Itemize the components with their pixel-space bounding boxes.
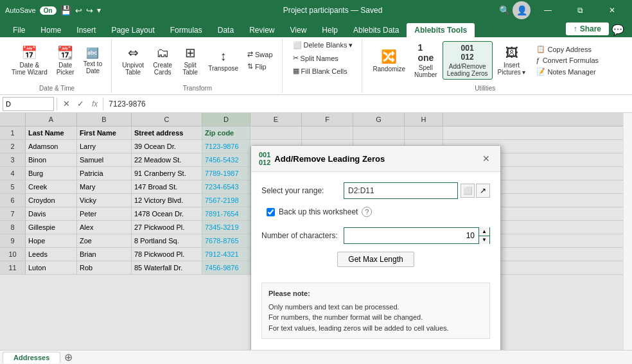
text-to-date-icon: 🔤 — [86, 47, 99, 59]
text-to-date-button[interactable]: 🔤 Text toDate — [80, 45, 106, 76]
swap-button[interactable]: ⇄ Swap — [243, 49, 277, 60]
formula-separator — [57, 98, 57, 110]
tab-ablebits-tools[interactable]: Ablebits Tools — [407, 23, 475, 37]
range-expand-button[interactable]: ⬜ — [461, 184, 475, 198]
backup-help-icon[interactable]: ? — [362, 207, 372, 217]
copy-address-button[interactable]: 📋 Copy Address — [534, 44, 602, 54]
tab-view[interactable]: View — [283, 23, 315, 37]
spell-number-icon: 1one — [417, 42, 434, 63]
ribbon-datetime-items: 📅 Date &Time Wizard 📆 DatePicker 🔤 Text … — [8, 40, 106, 81]
tab-formulas[interactable]: Formulas — [162, 23, 210, 37]
autosave-label: AutoSave — [5, 6, 36, 14]
ribbon-group-transform: ⇔ UnpivotTable 🗂 CreateCards ⊞ SplitTabl… — [113, 39, 282, 93]
fill-blank-cells-button[interactable]: ▦ Fill Blank Cells — [289, 65, 351, 76]
sheet-container: A B C D E F G H 1 Last Name First Name S… — [0, 113, 632, 350]
autosave-toggle[interactable]: On — [40, 6, 57, 15]
convert-formulas-icon: ƒ — [536, 56, 540, 64]
name-box[interactable]: D — [3, 97, 54, 111]
spin-up-button[interactable]: ▲ — [479, 227, 489, 236]
tab-page-layout[interactable]: Page Layout — [103, 23, 162, 37]
randomize-button[interactable]: 🔀 Randomize — [369, 47, 409, 74]
formula-separator2 — [103, 98, 103, 110]
tab-home[interactable]: Home — [33, 23, 69, 37]
redo-icon[interactable]: ↪ — [86, 6, 93, 15]
chars-label: Number of characters: — [261, 231, 338, 240]
close-button[interactable]: ✕ — [597, 0, 627, 21]
profile-button[interactable]: 👤 — [513, 1, 531, 19]
spin-down-button[interactable]: ▼ — [479, 236, 489, 245]
create-cards-button[interactable]: 🗂 CreateCards — [149, 44, 176, 78]
date-time-wizard-button[interactable]: 📅 Date &Time Wizard — [8, 43, 51, 78]
vertical-scrollbar[interactable] — [623, 113, 632, 350]
ribbon-tabs: File Home Insert Page Layout Formulas Da… — [0, 21, 632, 37]
insert-pictures-button[interactable]: 🖼 InsertPictures ▾ — [494, 44, 530, 78]
get-max-length-button[interactable]: Get Max Length — [337, 252, 414, 267]
utilities-stack: 📋 Copy Address ƒ Convert Formulas 📝 Note… — [531, 44, 602, 76]
tab-review[interactable]: Review — [241, 23, 282, 37]
convert-formulas-button[interactable]: ƒ Convert Formulas — [534, 56, 602, 65]
split-names-icon: ✂ — [293, 54, 299, 62]
ribbon-utilities-items: 🔀 Randomize 1one SpellNumber 001012 Add/… — [369, 40, 601, 81]
backup-label[interactable]: Back up this worksheet — [279, 207, 358, 216]
transpose-button[interactable]: ↕ Transpose — [204, 47, 242, 74]
add-sheet-button[interactable]: ⊕ — [62, 351, 75, 363]
fx-label: fx — [89, 100, 100, 108]
undo-icon[interactable]: ↩ — [75, 6, 82, 15]
note-line-2: For numbers, the number format will be c… — [268, 312, 483, 323]
date-picker-button[interactable]: 📆 DatePicker — [53, 43, 78, 78]
flip-icon: ⇅ — [247, 62, 253, 71]
tab-help[interactable]: Help — [314, 23, 346, 37]
spell-number-button[interactable]: 1one SpellNumber — [410, 40, 441, 80]
title-bar: AutoSave On 💾 ↩ ↪ ▾ Project participants… — [0, 0, 632, 21]
ribbon-edit-items: ⬜ Delete Blanks ▾ ✂ Split Names ▦ Fill B… — [289, 40, 357, 88]
tab-ablebits-data[interactable]: Ablebits Data — [346, 23, 407, 37]
unpivot-icon: ⇔ — [128, 45, 139, 60]
ribbon-group-edit: ⬜ Delete Blanks ▾ ✂ Split Names ▦ Fill B… — [284, 39, 363, 93]
cancel-formula-button[interactable]: ✕ — [60, 98, 73, 110]
title-bar-left: AutoSave On 💾 ↩ ↪ ▾ — [5, 5, 166, 15]
comment-button[interactable]: 💬 — [609, 24, 627, 36]
dialog-title-text: Add/Remove Leading Zeros — [274, 154, 476, 164]
range-input[interactable]: D2:D11 — [344, 182, 458, 199]
backup-checkbox[interactable] — [267, 208, 275, 216]
tab-file[interactable]: File — [5, 23, 33, 37]
formula-input[interactable]: 7123-9876 — [106, 97, 629, 111]
leading-zeros-dialog: 001012 Add/Remove Leading Zeros ✕ Select… — [250, 145, 501, 350]
chars-row: Number of characters: ▲ ▼ — [261, 227, 490, 244]
split-table-button[interactable]: ⊞ SplitTable — [177, 43, 203, 78]
tab-insert[interactable]: Insert — [69, 23, 103, 37]
note-title: Please note: — [268, 288, 483, 299]
spreadsheet: A B C D E F G H 1 Last Name First Name S… — [0, 113, 623, 350]
dialog-title-icon: 001012 — [259, 151, 270, 166]
formula-bar: D ✕ ✓ fx 7123-9876 — [0, 95, 632, 113]
save-icon[interactable]: 💾 — [60, 5, 71, 15]
unpivot-table-button[interactable]: ⇔ UnpivotTable — [118, 43, 148, 78]
dialog-close-button[interactable]: ✕ — [480, 152, 493, 165]
restore-button[interactable]: ⧉ — [565, 0, 595, 21]
search-icon[interactable]: 🔍 — [499, 5, 510, 15]
minimize-button[interactable]: — — [533, 0, 563, 21]
chars-input[interactable] — [344, 228, 478, 243]
fill-blanks-icon: ▦ — [293, 67, 299, 75]
ribbon-group-datetime: 📅 Date &Time Wizard 📆 DatePicker 🔤 Text … — [3, 39, 112, 93]
delete-blanks-icon: ⬜ — [293, 41, 302, 49]
randomize-icon: 🔀 — [381, 49, 397, 64]
swap-flip-group: ⇄ Swap ⇅ Flip — [243, 49, 277, 72]
range-select-button[interactable]: ↗ — [476, 184, 490, 198]
delete-blanks-button[interactable]: ⬜ Delete Blanks ▾ — [289, 40, 357, 51]
cards-icon: 🗂 — [156, 46, 169, 60]
tab-data[interactable]: Data — [210, 23, 241, 37]
flip-button[interactable]: ⇅ Flip — [243, 61, 277, 72]
utilities-group-label: Utilities — [475, 82, 495, 92]
sheet-tab-addresses[interactable]: Addresses — [3, 352, 60, 363]
note-line-3: For text values, leading zeros will be a… — [268, 323, 483, 334]
split-names-button[interactable]: ✂ Split Names — [289, 53, 342, 64]
confirm-formula-button[interactable]: ✓ — [74, 98, 87, 110]
dialog-body: Select your range: D2:D11 ⬜ ↗ — [251, 172, 500, 350]
ribbon-group-utilities: 🔀 Randomize 1one SpellNumber 001012 Add/… — [364, 39, 606, 93]
quick-access-icon[interactable]: ▾ — [97, 6, 101, 15]
notes-manager-button[interactable]: 📝 Notes Manager — [534, 67, 602, 76]
leading-zeros-button[interactable]: 001012 Add/RemoveLeading Zeros — [443, 41, 493, 80]
leading-zeros-icon: 001012 — [461, 44, 474, 62]
share-button[interactable]: ↑ Share — [566, 22, 609, 35]
